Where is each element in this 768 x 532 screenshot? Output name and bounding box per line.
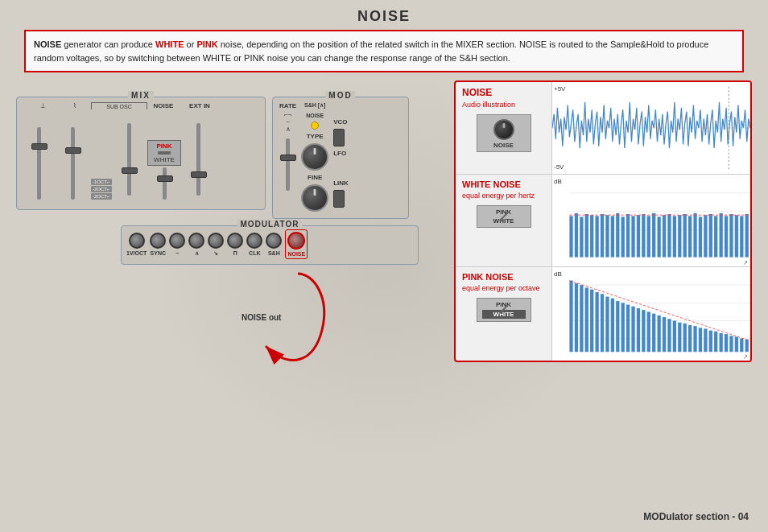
page-container: NOISE NOISE generator can produce WHITE … [0, 0, 768, 532]
info-text-1: generator can produce [64, 39, 155, 49]
svg-rect-16 [616, 213, 619, 258]
svg-rect-53 [595, 292, 598, 352]
fader-osc2[interactable] [57, 127, 88, 200]
svg-rect-14 [605, 215, 609, 257]
pink-device: PINK WHITE [462, 298, 545, 322]
jack-sync-label: SYNC [151, 250, 166, 256]
switch-indicator [158, 151, 171, 155]
y-bot-noise: -5V [554, 163, 564, 171]
svg-rect-57 [616, 301, 619, 352]
fader-ext-in[interactable] [183, 119, 213, 200]
oct-switch-1[interactable]: -1OCT⌐ [91, 179, 112, 185]
svg-rect-74 [704, 328, 707, 352]
svg-rect-52 [590, 290, 593, 353]
type-knob[interactable] [301, 143, 328, 171]
svg-rect-63 [647, 311, 650, 352]
illus-right-white: dB [552, 175, 750, 266]
jack-1voct-plug[interactable] [129, 233, 145, 249]
jack-sqr-plug[interactable] [227, 233, 243, 249]
svg-rect-51 [585, 287, 588, 352]
svg-rect-33 [704, 215, 707, 257]
svg-rect-76 [714, 332, 717, 352]
white-label: WHITE [151, 156, 177, 163]
svg-rect-55 [605, 297, 609, 353]
link-label: LINK [333, 179, 349, 187]
jack-sine-label: ~ [175, 250, 179, 256]
modulator-label: MODULATOR [237, 220, 302, 229]
svg-rect-82 [745, 340, 749, 353]
svg-rect-26 [667, 214, 671, 258]
svg-rect-79 [729, 336, 733, 352]
vco-label: VCO [333, 118, 349, 126]
mix-label: MIX [128, 91, 154, 100]
mix-headers: ⊥ ⌇ SUB OSC NOISE EXT IN [23, 102, 258, 109]
svg-rect-38 [729, 214, 733, 258]
svg-rect-56 [611, 299, 614, 352]
jack-sine-plug[interactable] [169, 233, 185, 249]
fader-sub[interactable] [114, 119, 146, 200]
illus-row-pink: PINK NOISE equal energy per octave PINK … [456, 267, 750, 361]
info-box: NOISE generator can produce WHITE or PIN… [24, 30, 744, 72]
svg-rect-18 [626, 214, 630, 258]
jack-sh-plug[interactable] [266, 233, 282, 249]
illus-left-white: WHITE NOISE equal energy per hertz PINK … [456, 175, 552, 266]
noise-word: NOISE [34, 39, 61, 49]
oct-switch-3[interactable]: -2OCT⌐ [91, 193, 112, 200]
fader-osc1[interactable] [23, 127, 54, 200]
pink-white-box[interactable]: PINK WHITE [147, 140, 181, 166]
jack-saw: ↘ [208, 233, 224, 257]
type-label: TYPE [307, 133, 324, 140]
svg-rect-21 [642, 214, 645, 258]
fine-label: FINE [308, 174, 322, 181]
header-noise: NOISE [147, 102, 180, 109]
jack-noise-label: NOISE [287, 251, 305, 257]
svg-rect-54 [601, 294, 604, 352]
svg-rect-81 [740, 339, 743, 353]
jack-sync-plug[interactable] [150, 233, 166, 249]
svg-rect-60 [631, 307, 634, 352]
jack-tri: ∧ [188, 233, 204, 257]
rate-fader[interactable] [286, 136, 290, 192]
header-sub: SUB OSC [91, 102, 147, 109]
svg-rect-20 [637, 215, 640, 257]
illus-row-noise: NOISE Audio illustration NOISE +5V -5V [456, 82, 750, 175]
jack-tri-plug[interactable] [188, 233, 204, 249]
svg-rect-32 [699, 217, 702, 257]
svg-rect-10 [585, 214, 588, 258]
illus-row-white: WHITE NOISE equal energy per hertz PINK … [456, 175, 750, 267]
svg-rect-37 [725, 216, 728, 257]
fine-knob[interactable] [301, 184, 328, 212]
jack-saw-plug[interactable] [208, 233, 224, 249]
illus-subtitle-white: equal energy per hertz [462, 192, 545, 200]
noise-device-knob[interactable] [493, 119, 514, 140]
svg-rect-59 [626, 305, 630, 353]
illus-title-pink: PINK NOISE [462, 272, 545, 282]
illus-right-noise: +5V -5V [552, 82, 750, 174]
noise-indicator: NOISE [306, 113, 324, 118]
vco-switch[interactable] [333, 129, 345, 146]
oct-switch-2[interactable]: -2OCT⌐ [91, 186, 112, 192]
svg-rect-29 [683, 214, 687, 258]
pink-label: PINK [151, 142, 177, 150]
svg-rect-62 [642, 310, 645, 352]
svg-rect-77 [719, 333, 722, 352]
svg-rect-12 [595, 216, 598, 257]
svg-rect-65 [657, 315, 660, 352]
svg-rect-41 [745, 214, 749, 258]
noise-fader-slot: PINK WHITE [149, 111, 180, 200]
jack-noise-plug[interactable] [287, 232, 305, 250]
svg-rect-78 [725, 334, 728, 352]
svg-rect-23 [652, 213, 655, 258]
jack-1voct-label: 1V/OCT [126, 250, 147, 256]
lfo-label: LFO [333, 150, 349, 157]
svg-rect-19 [631, 216, 634, 257]
jack-clk-plug[interactable] [246, 233, 262, 249]
jack-tri-label: ∧ [195, 250, 199, 257]
svg-rect-30 [688, 216, 692, 257]
link-switch[interactable] [333, 190, 345, 208]
svg-rect-73 [699, 328, 702, 352]
y-label-pink: dB [554, 270, 562, 278]
jack-noise-slot: NOISE [285, 229, 308, 259]
svg-rect-70 [683, 324, 687, 352]
illus-subtitle-pink: equal energy per octave [462, 284, 545, 292]
